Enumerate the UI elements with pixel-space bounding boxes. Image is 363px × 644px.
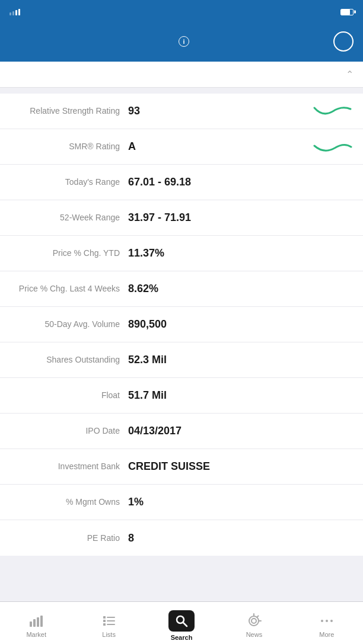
row-value: 52.3 Mil	[128, 354, 354, 366]
row-label: 52-Week Range	[9, 212, 128, 223]
ticker-title: i	[31, 36, 333, 47]
row-label: Price % Chg. Last 4 Weeks	[9, 283, 128, 294]
row-label: IPO Date	[9, 425, 128, 436]
row-value: A	[128, 140, 306, 153]
table-row: SMR® RatingA	[0, 129, 363, 165]
market-icon	[28, 613, 44, 629]
more-icon	[319, 613, 335, 629]
row-value: 890,500	[128, 318, 354, 331]
table-row: 50-Day Avg. Volume890,500	[0, 307, 363, 342]
svg-rect-9	[107, 624, 115, 625]
table-row: Price % Chg. YTD11.37%	[0, 236, 363, 271]
tab-more[interactable]: More	[291, 602, 363, 644]
status-right	[337, 9, 354, 15]
tab-label-news: News	[246, 631, 263, 638]
svg-rect-2	[37, 617, 39, 627]
svg-rect-0	[30, 621, 32, 627]
svg-point-18	[326, 620, 328, 622]
add-button[interactable]	[333, 31, 354, 52]
table-row: Today's Range67.01 - 69.18	[0, 165, 363, 200]
status-bar	[0, 0, 363, 24]
svg-rect-1	[33, 619, 36, 627]
row-value: 31.97 - 71.91	[128, 212, 354, 224]
row-value: 67.01 - 69.18	[128, 176, 354, 188]
tab-label-market: Market	[26, 631, 46, 638]
sparkline-chart	[306, 101, 354, 122]
tab-icon-search-bg	[168, 610, 195, 632]
row-value: 51.7 Mil	[128, 389, 354, 402]
table-row: Investment BankCREDIT SUISSE	[0, 449, 363, 485]
tab-label-search: Search	[171, 634, 193, 641]
nav-header: i	[0, 24, 363, 62]
tab-lists[interactable]: Lists	[72, 602, 145, 644]
table-row: Float51.7 Mil	[0, 378, 363, 414]
svg-rect-3	[40, 616, 43, 627]
row-value: 1%	[128, 496, 354, 508]
row-value: 8.62%	[128, 283, 354, 295]
data-table: Relative Strength Rating93 SMR® RatingA …	[0, 94, 363, 556]
tab-label-lists: Lists	[102, 631, 116, 638]
table-row: % Mgmt Owns1%	[0, 485, 363, 520]
table-row: PE Ratio8	[0, 520, 363, 556]
tab-search[interactable]: Search	[145, 602, 218, 644]
row-value: 8	[128, 532, 354, 544]
tab-label-more: More	[319, 631, 334, 638]
row-value: CREDIT SUISSE	[128, 460, 354, 473]
table-row: Price % Chg. Last 4 Weeks8.62%	[0, 271, 363, 307]
svg-point-13	[251, 619, 256, 623]
row-label: Float	[9, 390, 128, 401]
row-label: Shares Outstanding	[9, 354, 128, 365]
table-row: 52-Week Range31.97 - 71.91	[0, 200, 363, 236]
row-label: PE Ratio	[9, 533, 128, 543]
tab-bar: Market Lists Search News More	[0, 601, 363, 644]
table-row: IPO Date04/13/2017	[0, 414, 363, 449]
content-area: ⌃ Relative Strength Rating93 SMR® Rating…	[0, 62, 363, 604]
svg-rect-4	[103, 616, 106, 619]
row-value: 11.37%	[128, 247, 354, 259]
row-label: % Mgmt Owns	[9, 496, 128, 507]
status-left	[9, 9, 25, 15]
svg-point-17	[321, 620, 323, 622]
svg-line-15	[257, 616, 259, 617]
svg-rect-8	[103, 623, 106, 626]
battery-icon	[340, 9, 354, 15]
svg-rect-6	[103, 620, 106, 622]
signal-icon	[9, 9, 20, 15]
svg-rect-5	[107, 617, 115, 618]
table-row: Shares Outstanding52.3 Mil	[0, 342, 363, 378]
lists-icon	[101, 613, 117, 629]
table-row: Relative Strength Rating93	[0, 94, 363, 129]
chevron-up-icon[interactable]: ⌃	[346, 69, 354, 80]
row-label: Price % Chg. YTD	[9, 248, 128, 258]
sparkline-chart	[306, 136, 354, 158]
svg-point-19	[330, 620, 333, 622]
tab-news[interactable]: News	[218, 602, 290, 644]
nav-title: i	[31, 36, 333, 47]
row-label: 50-Day Avg. Volume	[9, 319, 128, 329]
row-label: SMR® Rating	[9, 141, 128, 152]
info-icon[interactable]: i	[179, 36, 189, 47]
row-label: Investment Bank	[9, 461, 128, 472]
row-value: 04/13/2017	[128, 425, 354, 437]
search-icon	[174, 613, 189, 629]
news-icon	[246, 613, 262, 629]
row-value: 93	[128, 105, 306, 117]
row-label: Today's Range	[9, 177, 128, 187]
tab-market[interactable]: Market	[0, 602, 72, 644]
svg-line-11	[183, 622, 187, 626]
svg-rect-7	[107, 620, 115, 621]
row-label: Relative Strength Rating	[9, 105, 128, 116]
section-header: ⌃	[0, 62, 363, 88]
